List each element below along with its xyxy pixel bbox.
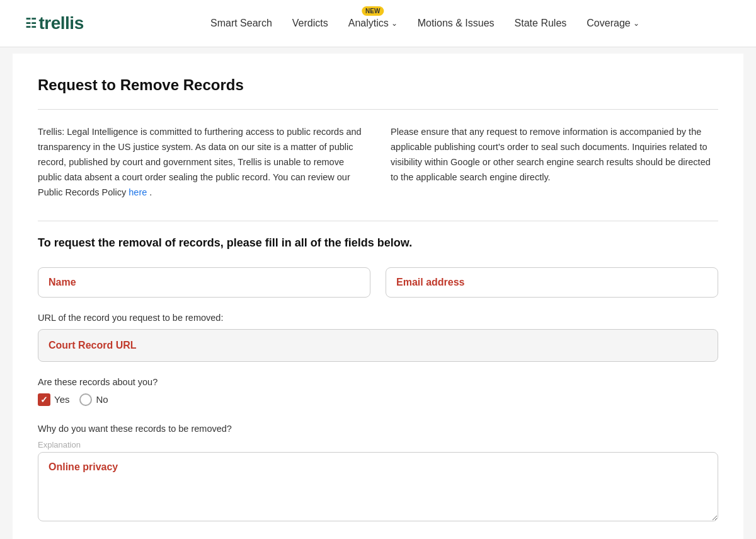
url-label: URL of the record you request to be remo…: [38, 313, 718, 323]
radio-yes-check-icon: ✓: [38, 393, 50, 406]
coverage-chevron-icon: ⌄: [633, 19, 639, 28]
divider: [38, 109, 718, 110]
radio-section: Are these records about you? ✓ Yes No: [38, 377, 718, 406]
section-instruction: To request the removal of records, pleas…: [38, 236, 718, 250]
radio-no-label: No: [96, 394, 108, 405]
page-container: Request to Remove Records Trellis: Legal…: [13, 54, 743, 539]
analytics-badge: NEW: [362, 6, 384, 16]
nav-verdicts[interactable]: Verdicts: [292, 18, 328, 29]
divider-2: [38, 221, 718, 221]
intro-grid: Trellis: Legal Intelligence is committed…: [38, 125, 718, 200]
radio-group: ✓ Yes No: [38, 393, 718, 406]
intro-right: Please ensure that any request to remove…: [391, 125, 718, 200]
radio-no-option[interactable]: No: [79, 393, 108, 406]
nav-smart-search[interactable]: Smart Search: [210, 18, 272, 29]
email-input[interactable]: [386, 267, 718, 298]
nav-coverage[interactable]: Coverage ⌄: [587, 18, 639, 29]
logo-text: trellis: [39, 13, 84, 33]
nav-motions[interactable]: Motions & Issues: [418, 18, 495, 29]
nav-analytics[interactable]: NEW Analytics ⌄: [348, 18, 398, 29]
radio-yes-option[interactable]: ✓ Yes: [38, 393, 69, 406]
intro-left: Trellis: Legal Intelligence is committed…: [38, 125, 365, 200]
name-input[interactable]: [38, 267, 370, 298]
textarea-section: Why do you want these records to be remo…: [38, 424, 718, 524]
url-section: URL of the record you request to be remo…: [38, 313, 718, 362]
textarea-label: Why do you want these records to be remo…: [38, 424, 718, 434]
url-input[interactable]: [38, 329, 718, 362]
email-field-wrap: [386, 267, 718, 298]
analytics-chevron-icon: ⌄: [391, 19, 398, 28]
nav-state-rules[interactable]: State Rules: [515, 18, 567, 29]
name-field-wrap: [38, 267, 370, 298]
radio-yes-label: Yes: [54, 394, 69, 405]
radio-label: Are these records about you?: [38, 377, 718, 387]
textarea-hint: Explanation: [38, 440, 718, 449]
logo-icon: ☷: [25, 16, 37, 31]
navbar: ☷ trellis Smart Search Verdicts NEW Anal…: [0, 0, 756, 47]
name-email-row: [38, 267, 718, 298]
page-title: Request to Remove Records: [38, 76, 718, 94]
radio-no-circle-icon: [79, 393, 92, 406]
nav-links: Smart Search Verdicts NEW Analytics ⌄ Mo…: [119, 18, 731, 29]
public-records-link[interactable]: here: [129, 187, 147, 197]
explanation-textarea[interactable]: [38, 452, 718, 521]
logo[interactable]: ☷ trellis: [25, 13, 84, 33]
